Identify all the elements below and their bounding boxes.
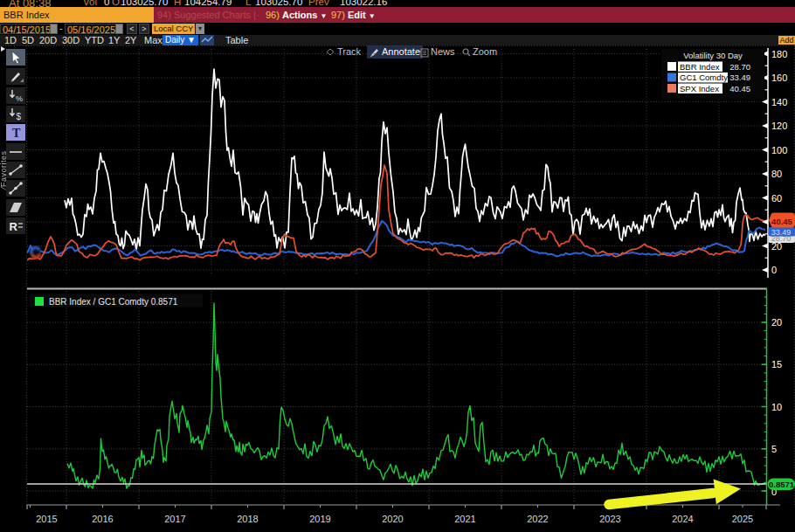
svg-text:T: T [12,127,21,140]
svg-text:BBR Index / GC1 Comdty 0.8571: BBR Index / GC1 Comdty 0.8571 [49,297,178,307]
svg-text:2015: 2015 [36,514,57,524]
svg-text:$: $ [17,112,22,121]
svg-text:140: 140 [771,97,787,107]
svg-text:R: R [10,220,18,233]
svg-text:0.8571: 0.8571 [769,480,795,489]
svg-text:GC1 Comdty: GC1 Comdty [680,73,728,82]
svg-text:2025: 2025 [732,514,753,524]
svg-text:%: % [16,94,23,103]
svg-text:2023: 2023 [599,514,620,524]
svg-text:180: 180 [771,49,787,59]
svg-text:15: 15 [771,359,782,370]
svg-text:2016: 2016 [92,514,113,524]
svg-text:10: 10 [771,402,782,412]
svg-text:100: 100 [771,145,787,155]
svg-text:33.49: 33.49 [729,73,750,82]
svg-text:28.70: 28.70 [729,62,750,72]
svg-text:0: 0 [771,265,777,275]
svg-text:2024: 2024 [672,514,693,524]
svg-text:2022: 2022 [527,514,548,524]
svg-text:SPX Index: SPX Index [680,84,719,93]
svg-text:2021: 2021 [454,514,475,524]
svg-text:40.45: 40.45 [729,84,750,93]
svg-text:Volatility 30 Day: Volatility 30 Day [683,51,743,60]
svg-text:60: 60 [771,193,782,204]
svg-text:160: 160 [771,73,787,83]
svg-text:2020: 2020 [382,514,403,524]
svg-text:5: 5 [771,444,777,454]
svg-text:BBR Index: BBR Index [680,62,720,72]
svg-text:33.49: 33.49 [771,228,792,237]
svg-text:2017: 2017 [164,514,185,524]
svg-text:40.45: 40.45 [771,217,792,226]
svg-text:2019: 2019 [309,514,330,524]
svg-text:80: 80 [771,169,782,179]
svg-text:2018: 2018 [237,514,258,524]
svg-text:20: 20 [771,317,782,328]
svg-text:120: 120 [771,121,787,131]
